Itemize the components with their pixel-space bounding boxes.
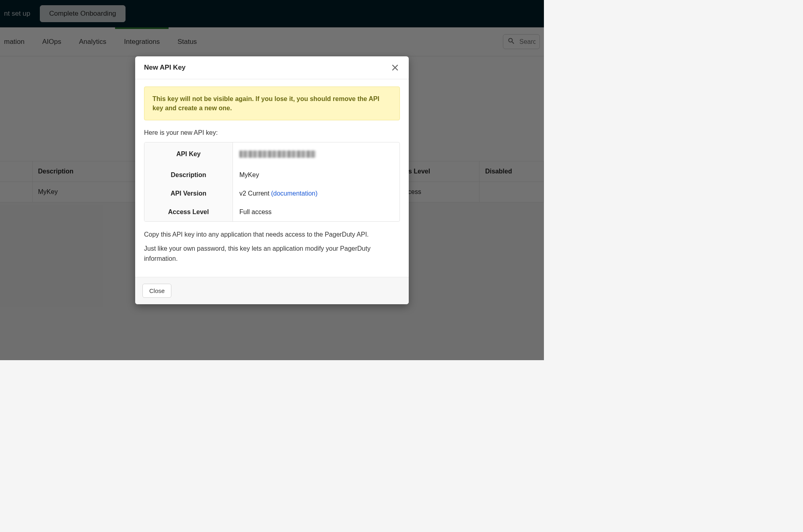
warning-banner: This key will not be visible again. If y… xyxy=(144,87,400,120)
modal-header: New API Key xyxy=(135,56,409,79)
value-api-version: v2 Current (documentation) xyxy=(233,184,399,203)
help-text-2: Just like your own password, this key le… xyxy=(144,244,400,264)
modal-title: New API Key xyxy=(144,64,185,72)
documentation-link[interactable]: (documentation) xyxy=(271,190,318,197)
row-description: Description MyKey xyxy=(144,166,399,184)
close-icon[interactable] xyxy=(390,64,400,72)
intro-text: Here is your new API key: xyxy=(144,129,400,136)
api-version-text: v2 Current xyxy=(239,190,270,197)
label-description: Description xyxy=(144,166,233,184)
row-api-key: API Key xyxy=(144,142,399,166)
value-access-level: Full access xyxy=(233,203,399,221)
modal-footer: Close xyxy=(135,277,409,304)
modal-overlay[interactable]: New API Key This key will not be visible… xyxy=(0,0,544,360)
value-api-key[interactable] xyxy=(233,142,399,166)
label-api-key: API Key xyxy=(144,142,233,166)
label-api-version: API Version xyxy=(144,184,233,203)
label-access-level: Access Level xyxy=(144,203,233,221)
api-key-details-table: API Key Description MyKey API Version v2… xyxy=(144,142,400,222)
row-access-level: Access Level Full access xyxy=(144,203,399,221)
close-button[interactable]: Close xyxy=(142,284,171,298)
value-description: MyKey xyxy=(233,166,399,184)
row-api-version: API Version v2 Current (documentation) xyxy=(144,184,399,203)
new-api-key-modal: New API Key This key will not be visible… xyxy=(135,56,409,304)
redacted-api-key xyxy=(239,151,316,158)
help-text-1: Copy this API key into any application t… xyxy=(144,230,400,240)
modal-body: This key will not be visible again. If y… xyxy=(135,79,409,277)
